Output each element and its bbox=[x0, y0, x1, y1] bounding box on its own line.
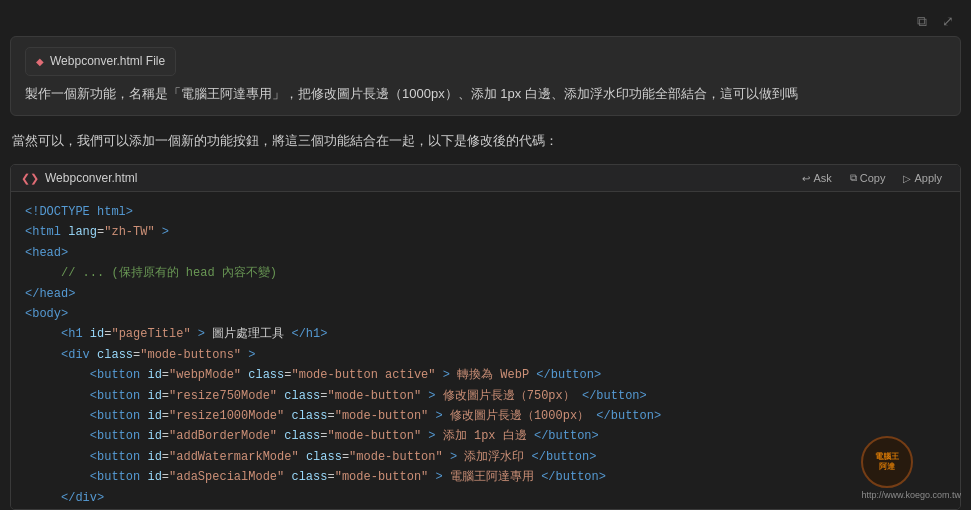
user-message: ◆ Webpconver.html File 製作一個新功能，名稱是「電腦王阿達… bbox=[10, 36, 961, 116]
code-line-10: <button id="resize750Mode" class="mode-b… bbox=[25, 386, 946, 406]
code-line-8: <div class="mode-buttons" > bbox=[25, 345, 946, 365]
code-line-7: <h1 id="pageTitle" > 圖片處理工具 </h1> bbox=[25, 324, 946, 344]
code-line-3: <head> bbox=[25, 243, 946, 263]
copy-icon: ⧉ bbox=[850, 172, 857, 184]
code-block-filename: Webpconver.html bbox=[45, 171, 138, 185]
code-line-5: </head> bbox=[25, 284, 946, 304]
copy-label: Copy bbox=[860, 172, 886, 184]
chat-area: ◆ Webpconver.html File 製作一個新功能，名稱是「電腦王阿達… bbox=[10, 36, 961, 510]
ask-label: Ask bbox=[813, 172, 831, 184]
code-line-14: <button id="adaSpecialMode" class="mode-… bbox=[25, 467, 946, 487]
code-line-11: <button id="resize1000Mode" class="mode-… bbox=[25, 406, 946, 426]
code-block: ❮❯ Webpconver.html ↩ Ask ⧉ Copy ▷ Apply bbox=[10, 164, 961, 510]
code-line-4: // ... (保持原有的 head 內容不變) bbox=[25, 263, 946, 283]
user-message-content: 製作一個新功能，名稱是「電腦王阿達專用」，把修改圖片長邊（1000px）、添加 … bbox=[25, 84, 946, 105]
code-line-2: <html lang="zh-TW" > bbox=[25, 222, 946, 242]
code-line-15: </div> bbox=[25, 488, 946, 508]
apply-label: Apply bbox=[914, 172, 942, 184]
apply-icon: ▷ bbox=[903, 173, 911, 184]
watermark-logo-text: 電腦王阿達 bbox=[875, 452, 899, 471]
file-icon: ◆ bbox=[36, 54, 44, 70]
apply-button[interactable]: ▷ Apply bbox=[895, 170, 950, 186]
ai-message: 當然可以，我們可以添加一個新的功能按鈕，將這三個功能結合在一起，以下是修改後的代… bbox=[10, 126, 961, 162]
ask-icon: ↩ bbox=[802, 173, 810, 184]
code-icon: ❮❯ bbox=[21, 172, 39, 185]
copy-button[interactable]: ⧉ Copy bbox=[842, 170, 894, 186]
code-line-1: <!DOCTYPE html> bbox=[25, 202, 946, 222]
code-content: <!DOCTYPE html> <html lang="zh-TW" > <he… bbox=[11, 192, 960, 510]
watermark: 電腦王阿達 http://www.koego.com.tw bbox=[861, 436, 961, 500]
watermark-url: http://www.koego.com.tw bbox=[861, 490, 961, 500]
code-line-13: <button id="addWatermarkMode" class="mod… bbox=[25, 447, 946, 467]
file-name: Webpconver.html File bbox=[50, 52, 165, 71]
file-label-row: ◆ Webpconver.html File bbox=[25, 47, 176, 76]
code-line-6: <body> bbox=[25, 304, 946, 324]
top-bar: ⧉ ⤢ bbox=[10, 10, 961, 36]
code-line-12: <button id="addBorderMode" class="mode-b… bbox=[25, 426, 946, 446]
copy-window-icon[interactable]: ⧉ bbox=[913, 12, 931, 30]
code-block-title: ❮❯ Webpconver.html bbox=[21, 171, 138, 185]
expand-icon[interactable]: ⤢ bbox=[939, 12, 957, 30]
watermark-logo: 電腦王阿達 bbox=[861, 436, 913, 488]
ask-button[interactable]: ↩ Ask bbox=[794, 170, 839, 186]
code-block-header: ❮❯ Webpconver.html ↩ Ask ⧉ Copy ▷ Apply bbox=[11, 165, 960, 192]
code-block-actions: ↩ Ask ⧉ Copy ▷ Apply bbox=[794, 170, 950, 186]
ai-message-text: 當然可以，我們可以添加一個新的功能按鈕，將這三個功能結合在一起，以下是修改後的代… bbox=[12, 133, 558, 148]
code-line-9: <button id="webpMode" class="mode-button… bbox=[25, 365, 946, 385]
